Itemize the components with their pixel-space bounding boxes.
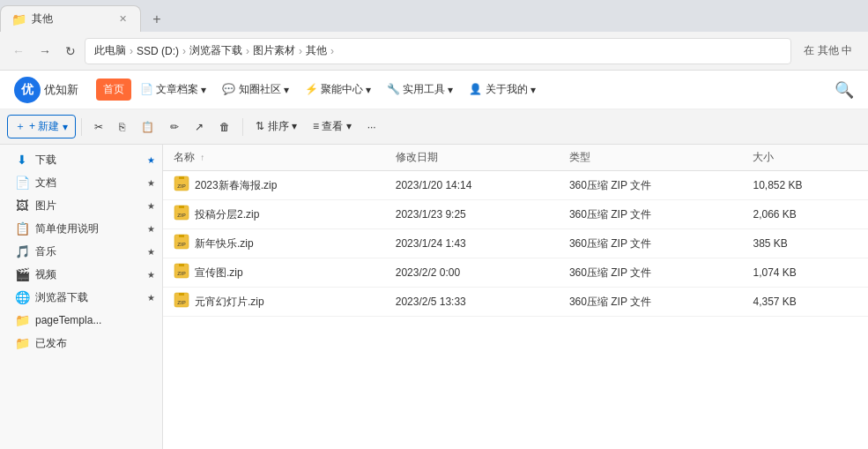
sort-button[interactable]: ⇅ 排序 ▾ xyxy=(249,116,304,138)
file-name-cell-4: ZIP 元宵幻灯片.zip xyxy=(163,288,385,317)
col-size-header[interactable]: 大小 xyxy=(742,145,868,171)
file-size-2: 385 KB xyxy=(742,229,868,258)
file-type-0: 360压缩 ZIP 文件 xyxy=(559,171,743,200)
browser-dl-icon: 🌐 xyxy=(14,290,30,304)
sidebar-item-page-template[interactable]: 📁 pageTempla... xyxy=(0,309,162,332)
nav-community[interactable]: 💬 知圈社区 ▾ xyxy=(215,79,295,101)
nav-bar: ← → ↻ 此电脑 › SSD (D:) › 浏览器下载 › 图片素材 › 其他… xyxy=(0,32,868,71)
nav-home[interactable]: 首页 xyxy=(96,79,131,101)
video-icon: 🎬 xyxy=(14,267,30,281)
table-row[interactable]: ZIP 2023新春海报.zip 2023/1/20 14:14 360压缩 Z… xyxy=(163,171,868,200)
svg-rect-1 xyxy=(179,176,184,179)
col-type-header[interactable]: 类型 xyxy=(559,145,743,171)
tab-bar: 📁 其他 ✕ + xyxy=(0,0,868,32)
tab-close-button[interactable]: ✕ xyxy=(116,12,130,26)
new-button[interactable]: ＋ + 新建 ▾ xyxy=(7,115,76,138)
sidebar-item-music[interactable]: 🎵 音乐 ★ xyxy=(0,240,162,263)
sidebar-images-pin: ★ xyxy=(147,201,155,211)
file-name: 2023新春海报.zip xyxy=(195,178,277,193)
file-zip-icon: ZIP xyxy=(174,292,189,311)
sidebar-published-label: 已发布 xyxy=(35,336,155,351)
breadcrumb-browser-dl[interactable]: 浏览器下载 xyxy=(189,43,242,58)
col-date-header[interactable]: 修改日期 xyxy=(385,145,559,171)
new-tab-button[interactable]: + xyxy=(145,7,169,32)
file-zip-icon: ZIP xyxy=(174,234,189,253)
svg-text:ZIP: ZIP xyxy=(177,183,185,189)
docs-icon: 📄 xyxy=(14,176,30,190)
file-name: 宣传图.zip xyxy=(195,266,243,281)
sidebar-item-docs[interactable]: 📄 文档 ★ xyxy=(0,171,162,194)
file-list: 名称 ↑ 修改日期 类型 大小 ZIP xyxy=(163,145,868,449)
nav-center[interactable]: ⚡ 聚能中心 ▾ xyxy=(298,79,378,101)
file-name: 元宵幻灯片.zip xyxy=(195,295,264,310)
file-name-cell-2: ZIP 新年快乐.zip xyxy=(163,229,385,258)
table-row[interactable]: ZIP 投稿分层2.zip 2023/1/23 9:25 360压缩 ZIP 文… xyxy=(163,200,868,229)
cut-button[interactable]: ✂ xyxy=(87,117,110,137)
new-plus-icon: ＋ xyxy=(15,119,26,134)
search-icon[interactable]: 🔍 xyxy=(835,81,854,99)
col-name-header[interactable]: 名称 ↑ xyxy=(163,145,385,171)
sidebar-item-manual[interactable]: 📋 简单使用说明 ★ xyxy=(0,217,162,240)
table-header-row: 名称 ↑ 修改日期 类型 大小 xyxy=(163,145,868,171)
sidebar-manual-pin: ★ xyxy=(147,224,155,234)
logo-icon: 优 xyxy=(14,77,41,103)
file-zip-icon: ZIP xyxy=(174,263,189,282)
sidebar-item-published[interactable]: 📁 已发布 xyxy=(0,332,162,355)
sidebar-video-label: 视频 xyxy=(35,267,142,282)
sidebar-item-video[interactable]: 🎬 视频 ★ xyxy=(0,263,162,286)
main-content: ⬇ 下载 ★ 📄 文档 ★ 🖼 图片 ★ 📋 简单使用说明 ★ 🎵 音乐 ★ 🎬… xyxy=(0,145,868,449)
breadcrumb-drive[interactable]: SSD (D:) xyxy=(137,45,179,57)
sidebar-download-pin: ★ xyxy=(147,155,155,165)
file-date-3: 2023/2/2 0:00 xyxy=(385,258,559,288)
back-button[interactable]: ← xyxy=(7,41,30,62)
header-search-area: 🔍 xyxy=(835,80,854,100)
paste-button[interactable]: 📋 xyxy=(134,117,161,137)
nav-about[interactable]: 👤 关于我的 ▾ xyxy=(462,79,542,101)
table-row[interactable]: ZIP 元宵幻灯片.zip 2023/2/5 13:33 360压缩 ZIP 文… xyxy=(163,288,868,317)
breadcrumb-images[interactable]: 图片素材 xyxy=(253,43,295,58)
logo[interactable]: 优 优知新 xyxy=(14,77,78,103)
sidebar-item-browser-dl[interactable]: 🌐 浏览器下载 ★ xyxy=(0,286,162,309)
nav-tools[interactable]: 🔧 实用工具 ▾ xyxy=(380,79,460,101)
table-row[interactable]: ZIP 新年快乐.zip 2023/1/24 1:43 360压缩 ZIP 文件… xyxy=(163,229,868,258)
logo-text: 优知新 xyxy=(44,82,78,98)
address-bar[interactable]: 此电脑 › SSD (D:) › 浏览器下载 › 图片素材 › 其他 › xyxy=(85,38,791,64)
in-other-label: 在 其他 中 xyxy=(795,43,861,58)
sidebar-browser-dl-pin: ★ xyxy=(147,293,155,303)
file-name: 投稿分层2.zip xyxy=(195,207,259,222)
svg-rect-13 xyxy=(179,293,184,296)
breadcrumb-other[interactable]: 其他 xyxy=(306,43,327,58)
refresh-button[interactable]: ↻ xyxy=(60,41,81,62)
file-size-3: 1,074 KB xyxy=(742,258,868,288)
file-name: 新年快乐.zip xyxy=(195,236,254,251)
forward-button[interactable]: → xyxy=(33,41,56,62)
svg-text:ZIP: ZIP xyxy=(177,213,185,218)
share-button[interactable]: ↗ xyxy=(188,117,211,137)
sidebar-music-label: 音乐 xyxy=(35,244,142,259)
download-icon: ⬇ xyxy=(14,153,30,167)
copy-button[interactable]: ⎘ xyxy=(112,117,132,137)
active-tab[interactable]: 📁 其他 ✕ xyxy=(0,5,141,32)
file-type-1: 360压缩 ZIP 文件 xyxy=(559,200,743,229)
delete-button[interactable]: 🗑 xyxy=(212,117,237,137)
new-arrow-icon: ▾ xyxy=(63,121,68,133)
nav-articles[interactable]: 📄 文章档案 ▾ xyxy=(133,79,213,101)
sidebar-item-images[interactable]: 🖼 图片 ★ xyxy=(0,194,162,217)
sidebar-item-download[interactable]: ⬇ 下载 ★ xyxy=(0,148,162,171)
breadcrumb-home[interactable]: 此电脑 xyxy=(94,43,126,58)
view-button[interactable]: ≡ 查看 ▾ xyxy=(306,116,359,138)
images-icon: 🖼 xyxy=(14,198,30,213)
about-arrow: ▾ xyxy=(530,84,536,96)
new-button-label: + 新建 xyxy=(29,119,59,134)
sidebar-docs-pin: ★ xyxy=(147,178,155,188)
rename-button[interactable]: ✏ xyxy=(163,117,186,137)
table-row[interactable]: ZIP 宣传图.zip 2023/2/2 0:00 360压缩 ZIP 文件 1… xyxy=(163,258,868,288)
svg-text:ZIP: ZIP xyxy=(177,271,185,276)
file-name-cell-1: ZIP 投稿分层2.zip xyxy=(163,200,385,229)
file-size-4: 4,357 KB xyxy=(742,288,868,317)
svg-rect-4 xyxy=(179,206,184,208)
more-button[interactable]: ··· xyxy=(360,117,383,137)
file-type-4: 360压缩 ZIP 文件 xyxy=(559,288,743,317)
center-arrow: ▾ xyxy=(366,84,371,96)
file-type-3: 360压缩 ZIP 文件 xyxy=(559,258,743,288)
